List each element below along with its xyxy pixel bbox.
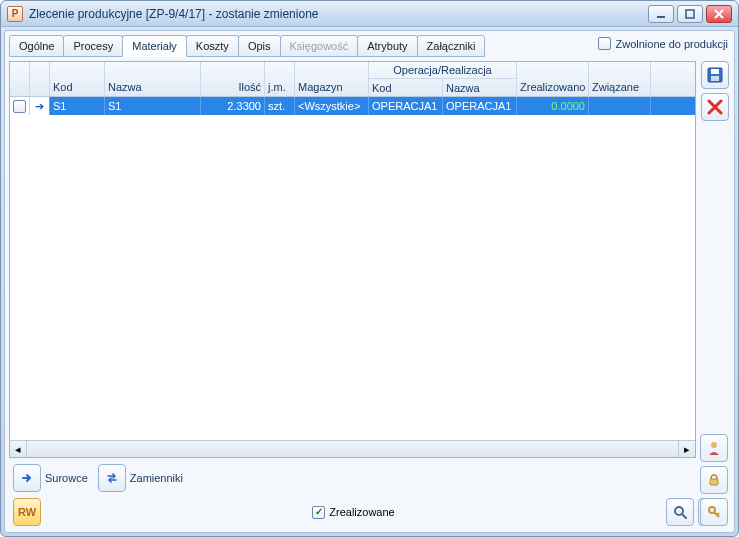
tab-materialy[interactable]: Materiały	[122, 35, 187, 57]
cell-jm: szt.	[265, 97, 295, 115]
rw-label: RW	[18, 506, 36, 518]
row-indicator-arrow-icon: ➔	[30, 97, 50, 115]
tab-ksiegowosc: Księgowość	[280, 35, 359, 57]
avatar-button[interactable]	[700, 434, 728, 462]
minimize-button[interactable]	[648, 5, 674, 23]
svg-rect-1	[686, 10, 694, 18]
rw-button[interactable]: RW	[13, 498, 41, 526]
cell-kod: S1	[50, 97, 105, 115]
svg-rect-8	[710, 479, 718, 485]
svg-rect-4	[711, 76, 719, 81]
checkbox-icon	[13, 100, 26, 113]
grid-body: ➔ S1 S1 2.3300 szt. <Wszystkie> OPERACJA…	[10, 97, 695, 440]
cell-op-nazwa: OPERACJA1	[443, 97, 517, 115]
tab-atrybuty[interactable]: Atrybuty	[357, 35, 417, 57]
col-zrealizowano[interactable]: Zrealizowano	[517, 62, 589, 96]
delete-button[interactable]	[701, 93, 729, 121]
col-kod[interactable]: Kod	[50, 62, 105, 96]
svg-rect-3	[711, 69, 719, 74]
col-group-operacja: Operacja/Realizacja Kod Nazwa	[369, 62, 517, 96]
tab-zalaczniki[interactable]: Załączniki	[417, 35, 486, 57]
tab-opis[interactable]: Opis	[238, 35, 281, 57]
cell-zwiazane	[589, 97, 651, 115]
bottom-row-actions: RW Zrealizowane	[9, 496, 730, 528]
window-frame: P Zlecenie produkcyjne [ZP-9/4/17] - zos…	[0, 0, 739, 537]
bottom-row-filters: Surowce Zamienniki	[9, 462, 730, 494]
app-icon: P	[7, 6, 23, 22]
key-button[interactable]	[700, 498, 728, 526]
cell-nazwa: S1	[105, 97, 201, 115]
tab-koszty[interactable]: Koszty	[186, 35, 239, 57]
zwolnione-label: Zwolnione do produkcji	[615, 38, 728, 50]
svg-point-7	[711, 442, 717, 448]
titlebar: P Zlecenie produkcyjne [ZP-9/4/17] - zos…	[1, 1, 738, 27]
col-magazyn[interactable]: Magazyn	[295, 62, 369, 96]
checkbox-icon	[598, 37, 611, 50]
zamienniki-label: Zamienniki	[130, 472, 183, 484]
zwolnione-do-produkcji-checkbox[interactable]: Zwolnione do produkcji	[598, 37, 728, 50]
col-op-nazwa[interactable]: Nazwa	[443, 79, 516, 96]
tab-bar: Ogólne Procesy Materiały Koszty Opis Ksi…	[9, 35, 730, 57]
horizontal-scrollbar[interactable]: ◂ ▸	[10, 440, 695, 457]
scroll-right-icon[interactable]: ▸	[678, 441, 695, 457]
swap-icon	[98, 464, 126, 492]
save-button[interactable]	[701, 61, 729, 89]
side-toolbar	[700, 61, 730, 458]
tab-ogolne[interactable]: Ogólne	[9, 35, 64, 57]
col-check[interactable]	[10, 62, 30, 96]
zrealizowane-label: Zrealizowane	[329, 506, 394, 518]
col-operacja-group-label[interactable]: Operacja/Realizacja	[369, 62, 516, 79]
col-ilosc[interactable]: Ilość	[201, 62, 265, 96]
cell-zrealizowano: 0.0000	[517, 97, 589, 115]
cell-ilosc: 2.3300	[201, 97, 265, 115]
scroll-track[interactable]	[27, 441, 678, 457]
maximize-button[interactable]	[677, 5, 703, 23]
cell-magazyn: <Wszystkie>	[295, 97, 369, 115]
arrow-right-icon	[13, 464, 41, 492]
side-toolbar-bottom	[700, 434, 728, 526]
grid-header: Kod Nazwa Ilość j.m. Magazyn Operacja/Re…	[10, 62, 695, 97]
materials-grid: Kod Nazwa Ilość j.m. Magazyn Operacja/Re…	[9, 61, 696, 458]
surowce-button[interactable]: Surowce	[13, 464, 88, 492]
col-jm[interactable]: j.m.	[265, 62, 295, 96]
window-title: Zlecenie produkcyjne [ZP-9/4/17] - zosta…	[29, 7, 648, 21]
cell-op-kod: OPERACJA1	[369, 97, 443, 115]
surowce-label: Surowce	[45, 472, 88, 484]
col-indicator[interactable]	[30, 62, 50, 96]
search-button[interactable]	[666, 498, 694, 526]
row-checkbox[interactable]	[10, 97, 30, 115]
scroll-left-icon[interactable]: ◂	[10, 441, 27, 457]
col-op-kod[interactable]: Kod	[369, 79, 443, 96]
lock-button[interactable]	[700, 466, 728, 494]
svg-rect-0	[657, 16, 665, 18]
tab-procesy[interactable]: Procesy	[63, 35, 123, 57]
col-zwiazane[interactable]: Związane	[589, 62, 651, 96]
zrealizowane-checkbox[interactable]: Zrealizowane	[312, 506, 394, 519]
zamienniki-button[interactable]: Zamienniki	[98, 464, 183, 492]
col-nazwa[interactable]: Nazwa	[105, 62, 201, 96]
close-button[interactable]	[706, 5, 732, 23]
client-area: Ogólne Procesy Materiały Koszty Opis Ksi…	[4, 30, 735, 533]
checkbox-icon	[312, 506, 325, 519]
table-row[interactable]: ➔ S1 S1 2.3300 szt. <Wszystkie> OPERACJA…	[10, 97, 695, 115]
